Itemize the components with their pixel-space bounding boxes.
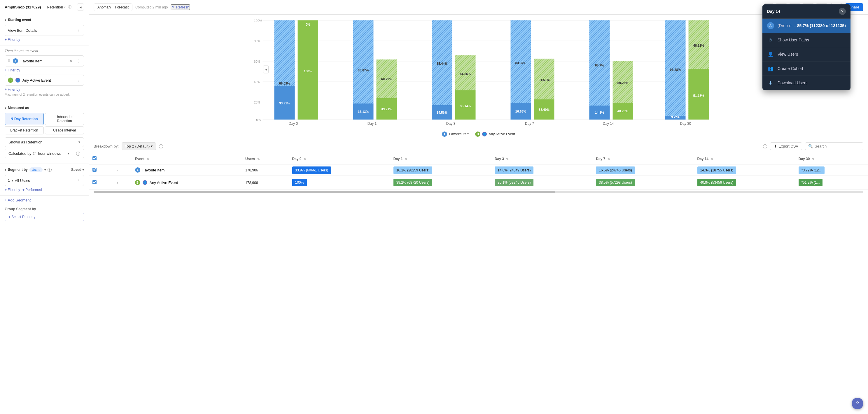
svg-text:64.86%: 64.86% bbox=[460, 72, 471, 76]
scroll-track[interactable] bbox=[94, 191, 863, 193]
return-event-b-filter[interactable]: + Filter by bbox=[5, 88, 84, 92]
svg-text:40%: 40% bbox=[254, 80, 260, 84]
svg-text:35.14%: 35.14% bbox=[460, 104, 471, 108]
row1-checkbox[interactable] bbox=[89, 164, 114, 176]
segment-type-chevron: ▾ bbox=[44, 168, 46, 171]
support-button[interactable]: ? bbox=[852, 398, 863, 409]
event-b-menu[interactable]: ⋮ bbox=[75, 77, 81, 83]
svg-text:66.09%: 66.09% bbox=[279, 82, 290, 85]
legend-icon-b: B bbox=[475, 131, 480, 137]
popup-show-user-paths[interactable]: ⟳ Show User Paths bbox=[763, 33, 850, 47]
computed-text: Computed 2 min ago bbox=[135, 5, 168, 9]
th-day3[interactable]: Day 3 ⇅ bbox=[491, 153, 592, 164]
search-input[interactable] bbox=[815, 144, 860, 149]
svg-text:83.37%: 83.37% bbox=[516, 61, 526, 65]
svg-text:Day 3: Day 3 bbox=[446, 122, 456, 126]
info-icon[interactable]: ⓘ bbox=[68, 5, 71, 10]
th-day14[interactable]: Day 14 ⇅ bbox=[694, 153, 795, 164]
scroll-thumb[interactable] bbox=[94, 191, 555, 193]
view-type-chevron: ▾ bbox=[64, 5, 66, 9]
svg-text:20%: 20% bbox=[254, 101, 260, 104]
calculated-by-row[interactable]: Calculated by 24-hour windows ▾ i bbox=[5, 149, 84, 158]
svg-text:0%: 0% bbox=[256, 118, 261, 122]
table-info-icon[interactable]: i bbox=[763, 144, 767, 149]
unbounded-retention-button[interactable]: Unbounded Retention bbox=[45, 113, 84, 125]
svg-text:Day 0: Day 0 bbox=[289, 122, 298, 126]
select-all-checkbox[interactable] bbox=[92, 156, 97, 160]
add-segment-button[interactable]: + Add Segment bbox=[0, 196, 89, 205]
starting-event-row[interactable]: View Item Details ⋮ bbox=[5, 25, 84, 36]
return-event-a-row[interactable]: ⠿ A Favorite Item ✕ ⋮ bbox=[5, 55, 84, 66]
th-day1[interactable]: Day 1 ⇅ bbox=[390, 153, 491, 164]
search-box[interactable]: 🔍 bbox=[805, 142, 863, 150]
collapse-sidebar-button[interactable]: ◂ bbox=[77, 3, 84, 10]
row2-expand[interactable]: › bbox=[114, 176, 131, 190]
remove-event-a-button[interactable]: ✕ bbox=[68, 58, 73, 64]
starting-event-section: ▾ Starting event View Item Details ⋮ + F… bbox=[0, 14, 89, 45]
table-toolbar: Breakdown by: Top 2 (Default) ▾ i i ⬇ Ex… bbox=[89, 139, 868, 153]
view-users-icon: 👤 bbox=[767, 51, 774, 58]
segment-type-badge[interactable]: Users bbox=[29, 167, 42, 172]
download-users-icon: ⬇ bbox=[767, 79, 774, 86]
event-icon-b: B bbox=[8, 77, 13, 83]
usage-interval-button[interactable]: Usage Interval bbox=[45, 126, 84, 134]
row2-users: 178,906 bbox=[242, 176, 288, 190]
row1-day0: 33.9% (60661 Users) bbox=[289, 164, 390, 176]
th-day30[interactable]: Day 30 ⇅ bbox=[795, 153, 868, 164]
day14-popup: Day 14 × A (Drop-o...: 85.7% (112380 of … bbox=[763, 4, 850, 90]
popup-create-cohort[interactable]: 👥 Create Cohort bbox=[763, 62, 850, 76]
svg-text:85.7%: 85.7% bbox=[595, 64, 604, 67]
svg-text:80%: 80% bbox=[254, 39, 260, 43]
svg-text:3.72%: 3.72% bbox=[671, 116, 679, 119]
svg-text:33.91%: 33.91% bbox=[279, 101, 290, 105]
row2-globe-icon: 🌐 bbox=[143, 180, 147, 185]
popup-download-users[interactable]: ⬇ Download Users bbox=[763, 76, 850, 90]
drag-handle-a[interactable]: ⠿ bbox=[8, 59, 10, 63]
anomaly-forecast-button[interactable]: Anomaly + Forecast bbox=[94, 3, 132, 11]
row2-day3: 35.1% (59245 Users) bbox=[491, 176, 592, 190]
segment-info-icon[interactable]: i bbox=[48, 168, 52, 172]
th-day7[interactable]: Day 7 ⇅ bbox=[592, 153, 693, 164]
row1-expand[interactable]: › bbox=[114, 164, 131, 176]
expand-row1-button[interactable]: › bbox=[117, 168, 118, 172]
export-icon: ⬇ bbox=[774, 144, 777, 149]
popup-item-value: 85.7% (112380 of 131135) bbox=[797, 23, 846, 28]
breakdown-select[interactable]: Top 2 (Default) ▾ bbox=[122, 142, 156, 150]
shown-as-row[interactable]: Shown as Retention ▾ bbox=[5, 137, 84, 147]
table-scroll[interactable]: Event ⇅ Users ⇅ Day 0 ⇅ Day 1 ⇅ Day 3 ⇅ … bbox=[89, 153, 868, 190]
th-day0[interactable]: Day 0 ⇅ bbox=[289, 153, 390, 164]
svg-text:100%: 100% bbox=[254, 19, 262, 23]
svg-text:96.28%: 96.28% bbox=[670, 68, 681, 71]
return-event-label: Then the return event bbox=[5, 49, 84, 53]
create-cohort-icon: 👥 bbox=[767, 65, 774, 72]
breakdown-info-icon[interactable]: i bbox=[159, 144, 163, 149]
export-csv-button[interactable]: ⬇ Export CSV bbox=[770, 142, 802, 150]
popup-close-button[interactable]: × bbox=[839, 8, 846, 15]
svg-text:51.18%: 51.18% bbox=[693, 94, 704, 97]
view-type[interactable]: Retention ▾ bbox=[47, 5, 66, 9]
select-property-button[interactable]: + Select Property bbox=[5, 213, 84, 221]
chart-svg: 100% 80% 60% 40% 20% 0% bbox=[95, 18, 862, 128]
th-users[interactable]: Users ⇅ bbox=[242, 153, 288, 164]
event-a-menu[interactable]: ⋮ bbox=[75, 58, 81, 64]
return-event-a-filter[interactable]: + Filter by bbox=[5, 68, 84, 72]
starting-event-menu[interactable]: ⋮ bbox=[75, 27, 81, 33]
refresh-button[interactable]: ↻ Refresh bbox=[170, 4, 190, 10]
segment-menu[interactable]: ⋮ bbox=[75, 178, 81, 183]
return-event-b-name: Any Active Event bbox=[23, 78, 73, 83]
expand-row2-button[interactable]: › bbox=[117, 181, 118, 185]
legend-item-b: B 🌐 Any Active Event bbox=[475, 131, 515, 137]
return-event-b-row[interactable]: B 🌐 Any Active Event ⋮ bbox=[5, 75, 84, 86]
th-event[interactable]: Event ⇅ bbox=[131, 153, 242, 164]
row1-event-icon: A bbox=[135, 167, 140, 172]
breakdown-label: Breakdown by: bbox=[94, 144, 119, 149]
segment-num: 1 bbox=[8, 179, 10, 183]
starting-event-filter[interactable]: + Filter by bbox=[5, 38, 84, 42]
row2-checkbox[interactable] bbox=[89, 176, 114, 190]
filter-by-link[interactable]: + Filter by bbox=[5, 188, 20, 192]
popup-view-users[interactable]: 👤 View Users bbox=[763, 47, 850, 62]
calculated-info-icon[interactable]: i bbox=[76, 152, 80, 156]
n-day-retention-button[interactable]: N-Day Retention bbox=[5, 113, 44, 125]
bracket-retention-button[interactable]: Bracket Retention bbox=[5, 126, 44, 134]
performed-link[interactable]: + Performed bbox=[23, 188, 42, 192]
